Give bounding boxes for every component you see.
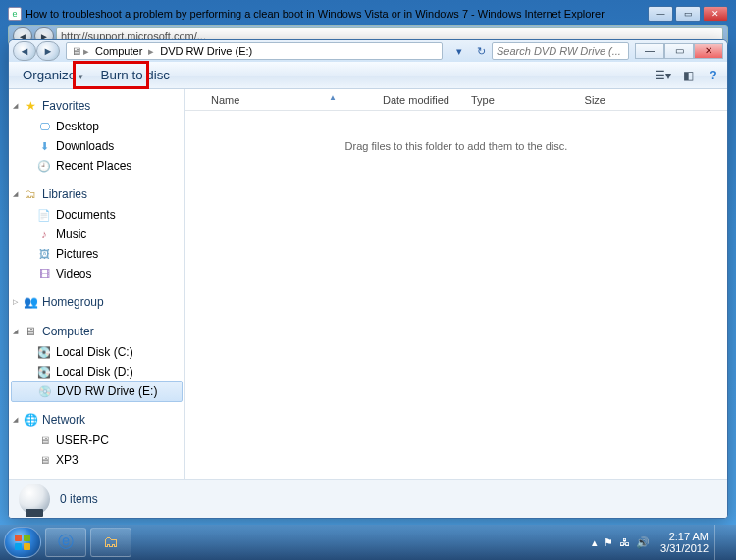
- sidebar-item-documents[interactable]: 📄Documents: [9, 205, 184, 225]
- breadcrumb-computer[interactable]: Computer: [91, 45, 146, 57]
- dvd-icon: 💿: [37, 383, 53, 399]
- disk-icon: 💽: [36, 364, 52, 380]
- sidebar-item-label: Local Disk (C:): [56, 345, 133, 359]
- sidebar-homegroup-label: Homegroup: [42, 295, 104, 309]
- sidebar-item-label: DVD RW Drive (E:): [57, 384, 157, 398]
- organize-button[interactable]: Organize: [15, 65, 91, 85]
- column-header-date[interactable]: Date modified: [377, 94, 465, 106]
- music-icon: ♪: [36, 227, 52, 242]
- breadcrumb-dropdown-button[interactable]: ▾: [450, 42, 468, 60]
- sidebar-item-label: Documents: [56, 208, 116, 222]
- tray-clock[interactable]: 2:17 AM 3/31/2012: [660, 531, 709, 554]
- tray-time: 2:17 AM: [660, 531, 709, 542]
- status-text: 0 items: [60, 492, 98, 506]
- sidebar-item-label: Videos: [56, 267, 91, 280]
- sidebar-item-pictures[interactable]: 🖼Pictures: [9, 244, 184, 264]
- sidebar-libraries-header[interactable]: 🗂 Libraries: [9, 183, 184, 205]
- computer-icon: 🖥: [71, 45, 81, 57]
- sidebar-item-label: Pictures: [56, 247, 98, 261]
- sidebar-item-dvd-rw-drive[interactable]: 💿DVD RW Drive (E:): [11, 381, 183, 402]
- search-input[interactable]: [492, 42, 629, 60]
- sidebar-network-label: Network: [42, 413, 85, 427]
- column-header-name[interactable]: Name▲: [205, 94, 377, 106]
- sidebar-item-downloads[interactable]: ⬇Downloads: [9, 136, 184, 156]
- tray-network-icon[interactable]: 🖧: [619, 536, 630, 548]
- ie-maximize-button[interactable]: ▭: [675, 6, 701, 22]
- sidebar-network-header[interactable]: 🌐 Network: [9, 409, 184, 431]
- svg-rect-0: [15, 535, 22, 541]
- explorer-close-button[interactable]: ✕: [694, 43, 723, 59]
- documents-icon: 📄: [36, 207, 52, 223]
- sidebar-favorites-label: Favorites: [42, 99, 90, 113]
- start-button[interactable]: [4, 527, 41, 558]
- forward-button[interactable]: ►: [36, 41, 60, 61]
- sidebar-item-label: Local Disk (D:): [56, 365, 133, 379]
- svg-rect-3: [24, 543, 30, 550]
- explorer-maximize-button[interactable]: ▭: [664, 43, 694, 59]
- disk-icon: 💽: [36, 344, 52, 360]
- show-desktop-button[interactable]: [714, 525, 724, 560]
- pc-icon: 🖥: [36, 452, 52, 468]
- svg-rect-2: [15, 543, 22, 550]
- pc-icon: 🖥: [36, 433, 52, 448]
- homegroup-icon: 👥: [23, 294, 38, 310]
- sidebar-item-recent[interactable]: 🕘Recent Places: [9, 156, 184, 176]
- sidebar-item-label: Downloads: [56, 139, 114, 153]
- preview-pane-button[interactable]: ◧: [680, 68, 696, 83]
- back-button[interactable]: ◄: [13, 41, 36, 61]
- sidebar-item-music[interactable]: ♪Music: [9, 225, 184, 244]
- sidebar-item-label: XP3: [56, 453, 79, 467]
- explorer-minimize-button[interactable]: —: [635, 43, 664, 59]
- star-icon: ★: [23, 98, 38, 114]
- sidebar-item-label: Music: [56, 228, 86, 241]
- ie-minimize-button[interactable]: —: [648, 6, 673, 22]
- burn-to-disc-button[interactable]: Burn to disc: [93, 65, 178, 85]
- sidebar-item-local-disk-d[interactable]: 💽Local Disk (D:): [9, 362, 184, 382]
- ie-favicon: e: [8, 7, 22, 21]
- sidebar-computer-label: Computer: [42, 325, 94, 338]
- taskbar-ie[interactable]: ⓔ: [45, 528, 86, 557]
- breadcrumb-dvd[interactable]: DVD RW Drive (E:): [156, 45, 256, 57]
- refresh-button[interactable]: ↻: [472, 42, 490, 60]
- navigation-sidebar: ★ Favorites 🖵Desktop ⬇Downloads 🕘Recent …: [9, 89, 185, 479]
- tray-show-hidden-icon[interactable]: ▴: [592, 536, 598, 549]
- taskbar: ⓔ 🗂 ▴ ⚑ 🖧 🔊 2:17 AM 3/31/2012: [0, 525, 736, 560]
- taskbar-explorer[interactable]: 🗂: [90, 528, 131, 557]
- column-header-type[interactable]: Type: [465, 94, 553, 106]
- breadcrumb[interactable]: 🖥 ▸ Computer ▸ DVD RW Drive (E:): [66, 42, 443, 60]
- sidebar-libraries-label: Libraries: [42, 187, 87, 201]
- empty-folder-hint: Drag files to this folder to add them to…: [185, 111, 727, 181]
- pictures-icon: 🖼: [36, 246, 52, 262]
- network-icon: 🌐: [23, 412, 38, 428]
- chevron-right-icon[interactable]: ▸: [146, 45, 156, 58]
- sidebar-item-xp3[interactable]: 🖥XP3: [9, 450, 184, 470]
- sidebar-item-local-disk-c[interactable]: 💽Local Disk (C:): [9, 342, 184, 362]
- computer-icon: 🖥: [23, 324, 38, 339]
- svg-rect-1: [24, 535, 30, 541]
- column-header-size[interactable]: Size: [553, 94, 612, 106]
- view-options-button[interactable]: ☰▾: [655, 68, 670, 83]
- sidebar-item-desktop[interactable]: 🖵Desktop: [9, 117, 184, 136]
- tray-flag-icon[interactable]: ⚑: [604, 536, 613, 549]
- libraries-icon: 🗂: [23, 186, 38, 202]
- sidebar-item-label: Desktop: [56, 120, 99, 133]
- sidebar-item-label: USER-PC: [56, 433, 109, 447]
- downloads-icon: ⬇: [36, 138, 52, 154]
- disc-icon: [19, 484, 50, 515]
- videos-icon: 🎞: [36, 266, 52, 281]
- sidebar-favorites-header[interactable]: ★ Favorites: [9, 95, 184, 117]
- desktop-icon: 🖵: [36, 119, 52, 134]
- ie-close-button[interactable]: ✕: [703, 6, 728, 22]
- tray-volume-icon[interactable]: 🔊: [636, 536, 650, 549]
- sort-ascending-icon: ▲: [329, 93, 337, 102]
- help-button[interactable]: ?: [706, 68, 721, 83]
- ie-window-title: How to troubleshoot a problem by perform…: [26, 8, 648, 20]
- chevron-right-icon[interactable]: ▸: [81, 45, 91, 58]
- recent-icon: 🕘: [36, 158, 52, 174]
- sidebar-homegroup-header[interactable]: 👥 Homegroup: [9, 291, 184, 313]
- column-headers: Name▲ Date modified Type Size: [185, 89, 727, 111]
- sidebar-computer-header[interactable]: 🖥 Computer: [9, 321, 184, 342]
- sidebar-item-label: Recent Places: [56, 159, 131, 173]
- sidebar-item-videos[interactable]: 🎞Videos: [9, 264, 184, 283]
- sidebar-item-user-pc[interactable]: 🖥USER-PC: [9, 431, 184, 450]
